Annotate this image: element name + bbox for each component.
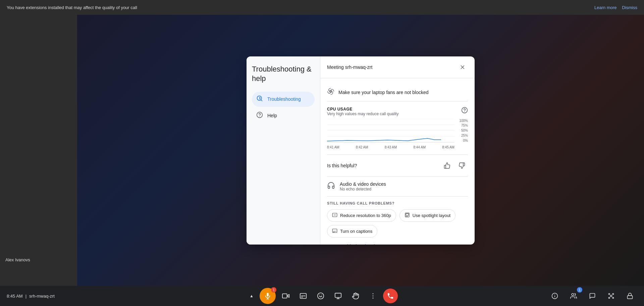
mic-chevron-button[interactable]: ▲ <box>246 291 257 301</box>
cpu-section: CPU USAGE Very high values may reduce ca… <box>327 101 468 155</box>
people-badge: 1 <box>577 287 582 293</box>
captions-icon <box>332 228 337 234</box>
reduce-resolution-button[interactable]: Reduce resolution to 360p <box>327 209 396 222</box>
dialog-left-panel: Troubleshooting & help Troubleshooting <box>247 56 320 245</box>
svg-rect-18 <box>332 229 337 232</box>
svg-rect-48 <box>628 296 633 299</box>
chart-y-100: 100% <box>459 119 468 123</box>
toolbar-right: 1 <box>547 289 637 303</box>
dialog-title: Troubleshooting & help <box>252 64 315 84</box>
audio-title: Audio & video devices <box>340 181 386 187</box>
chart-x-843: 8:43 AM <box>385 145 397 149</box>
cpu-title: CPU USAGE <box>327 107 398 112</box>
svg-point-42 <box>572 294 574 296</box>
toolbar-center: ▲ 1 <box>246 288 398 304</box>
end-call-button[interactable] <box>383 289 398 303</box>
thumbs-down-button[interactable] <box>456 160 468 172</box>
chart-area <box>327 119 454 142</box>
meeting-id-label: Meeting srh-mwaq-zrt <box>327 64 372 70</box>
svg-point-44 <box>609 294 610 295</box>
thumbs-up-button[interactable] <box>441 160 453 172</box>
toolbar-left: 8:45 AM | srh-mwaq-zrt <box>7 294 55 299</box>
fan-warning-row: Make sure your laptop fans are not block… <box>327 84 468 101</box>
captions-toolbar-button[interactable] <box>296 289 311 303</box>
spotlight-layout-button[interactable]: Use spotlight layout <box>399 209 455 222</box>
notification-bar: You have extensions installed that may a… <box>0 0 644 15</box>
chart-x-labels: 8:41 AM 8:42 AM 8:43 AM 8:44 AM 8:45 AM <box>327 145 454 149</box>
svg-point-47 <box>612 297 613 298</box>
helpful-section: Is this helpful? <box>327 155 468 177</box>
svg-point-46 <box>609 297 610 298</box>
left-sidebar: Alex Ivanovs <box>0 15 77 286</box>
learn-more-link[interactable]: Learn more <box>594 5 616 10</box>
dialog-content: Make sure your laptop fans are not block… <box>320 78 475 245</box>
fan-warning-text: Make sure your laptop fans are not block… <box>338 90 429 95</box>
notification-actions: Learn more Dismiss <box>594 5 637 10</box>
lock-button[interactable] <box>623 289 637 303</box>
action-buttons-row-1: Reduce resolution to 360p <box>327 209 468 222</box>
audio-subtitle: No echo detected <box>340 187 386 191</box>
info-button[interactable] <box>547 289 562 303</box>
svg-point-30 <box>318 293 324 299</box>
problems-title: STILL HAVING CALL PROBLEMS? <box>327 201 468 205</box>
raise-hand-button[interactable] <box>348 289 363 303</box>
svg-rect-33 <box>335 293 341 298</box>
bottom-toolbar: 8:45 AM | srh-mwaq-zrt ▲ 1 <box>0 286 644 306</box>
chart-y-labels: 100% 75% 50% 25% 0% <box>454 119 468 142</box>
troubleshooting-icon <box>256 95 263 103</box>
emoji-button[interactable] <box>313 289 328 303</box>
dismiss-link[interactable]: Dismiss <box>622 5 638 10</box>
nav-item-troubleshooting[interactable]: Troubleshooting <box>252 92 315 107</box>
spotlight-layout-label: Use spotlight layout <box>413 213 450 218</box>
more-tips-link[interactable]: More troubleshooting tips <box>327 244 380 245</box>
chart-y-25: 25% <box>461 134 468 137</box>
cpu-subtitle: Very high values may reduce call quality <box>327 112 398 116</box>
people-button-container: 1 <box>566 289 581 303</box>
help-nav-icon <box>256 112 263 120</box>
chart-x-842: 8:42 AM <box>356 145 368 149</box>
svg-point-5 <box>330 91 331 92</box>
sidebar-user-name: Alex Ivanovs <box>5 257 30 262</box>
audio-info: Audio & video devices No echo detected <box>340 181 386 191</box>
troubleshooting-dialog: Troubleshooting & help Troubleshooting <box>247 56 475 245</box>
spotlight-icon <box>405 212 410 219</box>
cpu-help-icon[interactable] <box>461 107 468 115</box>
notification-text: You have extensions installed that may a… <box>7 5 594 10</box>
reduce-resolution-label: Reduce resolution to 360p <box>340 213 391 218</box>
nav-troubleshooting-label: Troubleshooting <box>267 96 301 102</box>
chart-x-844: 8:44 AM <box>413 145 426 149</box>
svg-marker-24 <box>287 294 289 297</box>
chart-y-50: 50% <box>461 129 468 132</box>
activities-button[interactable] <box>604 289 619 303</box>
audio-section: Audio & video devices No echo detected <box>327 177 468 196</box>
reduce-resolution-icon <box>332 212 337 219</box>
chart-x-845: 8:45 AM <box>442 145 454 149</box>
chat-button[interactable] <box>585 289 600 303</box>
current-time: 8:45 AM <box>7 294 23 299</box>
mic-button[interactable]: 1 <box>260 288 276 304</box>
camera-button[interactable] <box>278 289 293 303</box>
close-button[interactable] <box>457 62 468 73</box>
action-buttons-row-2: Turn on captions <box>327 225 468 237</box>
headset-icon <box>327 181 335 191</box>
meeting-code: srh-mwaq-zrt <box>29 294 55 299</box>
chart-x-841: 8:41 AM <box>327 145 339 149</box>
dialog-right-panel: Meeting srh-mwaq-zrt <box>320 56 475 245</box>
mic-badge: 1 <box>271 287 276 293</box>
more-options-button[interactable] <box>366 289 380 303</box>
chart-y-0: 0% <box>463 139 468 142</box>
nav-item-help[interactable]: Help <box>252 108 315 123</box>
dialog-header: Meeting srh-mwaq-zrt <box>320 56 475 78</box>
turn-on-captions-button[interactable]: Turn on captions <box>327 225 377 237</box>
fan-icon <box>327 88 334 97</box>
modal-overlay: Troubleshooting & help Troubleshooting <box>77 15 644 286</box>
svg-point-43 <box>610 295 612 297</box>
cpu-chart: 100% 75% 50% 25% 0% 8:41 AM 8:42 AM 8:43… <box>327 119 468 149</box>
time-separator: | <box>25 294 26 299</box>
nav-help-label: Help <box>267 113 277 118</box>
present-button[interactable] <box>331 289 345 303</box>
helpful-text: Is this helpful? <box>327 163 357 168</box>
svg-point-45 <box>612 294 613 295</box>
chart-y-75: 75% <box>461 124 468 127</box>
svg-rect-15 <box>406 214 409 215</box>
